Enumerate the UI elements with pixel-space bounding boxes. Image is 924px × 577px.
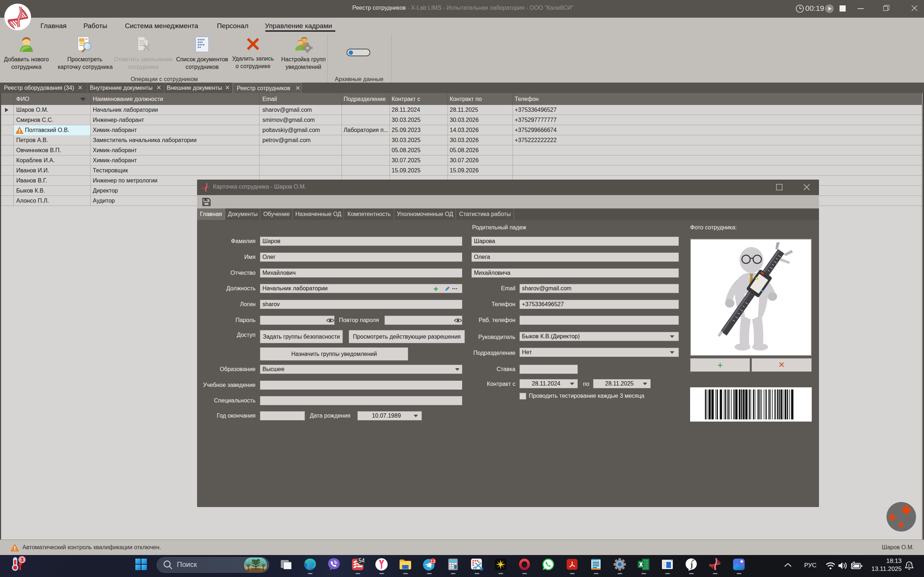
- svg-text:3: 3: [21, 556, 23, 562]
- svg-text:z: z: [910, 561, 912, 565]
- svg-text:z: z: [908, 563, 910, 567]
- svg-text:13: 13: [430, 559, 435, 564]
- svg-text:j: j: [690, 561, 693, 569]
- svg-text:54: 54: [359, 558, 364, 564]
